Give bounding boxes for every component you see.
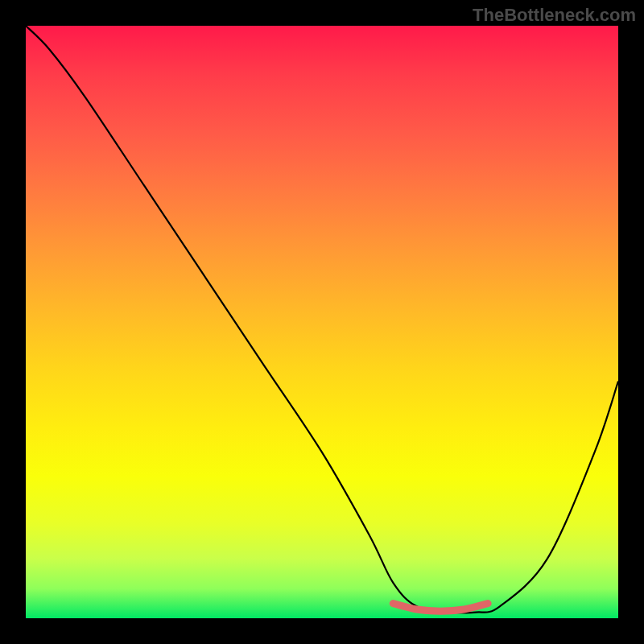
bottleneck-curve [26, 26, 618, 613]
chart-svg [26, 26, 618, 618]
optimum-marker [393, 604, 488, 612]
chart-plot-area [26, 26, 618, 618]
watermark-text: TheBottleneck.com [473, 5, 636, 26]
